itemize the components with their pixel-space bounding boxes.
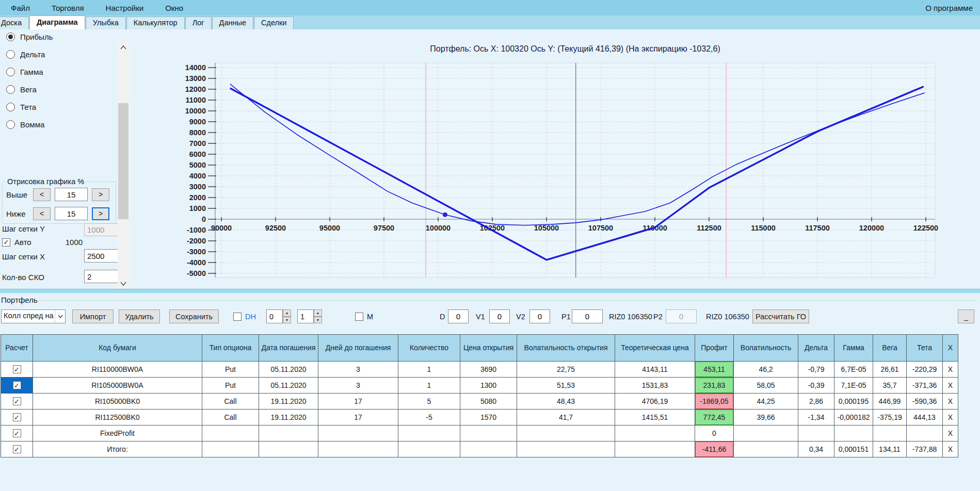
calc-checkbox-cell[interactable]: ✓ bbox=[1, 410, 33, 425]
tab-3[interactable]: Улыбка bbox=[86, 17, 126, 29]
calc-margin-button[interactable]: Рассчитать ГО bbox=[752, 309, 809, 323]
y-tick-label: 5000 bbox=[189, 161, 206, 169]
menu-item-4[interactable]: Окно bbox=[154, 0, 194, 15]
y-tick-label: -2000 bbox=[187, 237, 206, 245]
menu-item-2[interactable]: Торговля bbox=[41, 0, 95, 15]
cell-date bbox=[259, 441, 318, 457]
chevron-down-icon[interactable] bbox=[55, 310, 65, 323]
cell-vega bbox=[873, 425, 907, 441]
dh-spinner-1[interactable]: 0 ▲▼ bbox=[266, 309, 291, 323]
column-header-profit[interactable]: Профит bbox=[695, 335, 734, 362]
row-delete-button[interactable]: X bbox=[943, 441, 958, 457]
spinner-down-icon[interactable]: ▼ bbox=[283, 317, 291, 324]
tab-5[interactable]: Лог bbox=[185, 17, 212, 29]
column-header-vol[interactable]: Волатильность bbox=[734, 335, 798, 362]
cell-profit[interactable]: 453,11 bbox=[695, 362, 734, 378]
y-tick-label: 7000 bbox=[189, 139, 206, 148]
cell-profit[interactable]: 0 bbox=[695, 425, 734, 441]
cell-profit[interactable]: 231,83 bbox=[695, 378, 734, 394]
column-header-type[interactable]: Тип опциона bbox=[202, 335, 259, 362]
column-header-qty[interactable]: Количество bbox=[398, 335, 460, 362]
cell-theor bbox=[615, 425, 695, 441]
tab-6[interactable]: Данные bbox=[212, 17, 253, 29]
calc-checkbox-cell[interactable]: ✓ bbox=[1, 441, 33, 457]
row-delete-button[interactable]: X bbox=[943, 362, 958, 378]
column-header-code[interactable]: Код бумаги bbox=[33, 335, 202, 362]
dh-spinner-2-value[interactable]: 1 bbox=[297, 309, 314, 323]
d-field[interactable]: 0 bbox=[448, 309, 469, 323]
cell-code: RI105000BW0A bbox=[33, 378, 202, 394]
table-row[interactable]: ✓Итого:-411,660,340,000151134,11-737,88X bbox=[1, 441, 958, 457]
cell-theor: 1415,51 bbox=[615, 410, 695, 425]
row-checkbox[interactable]: ✓ bbox=[13, 445, 21, 453]
column-header-check[interactable]: Расчет bbox=[1, 335, 33, 362]
y-tick-label: 12000 bbox=[185, 85, 206, 93]
tab-4[interactable]: Калькулятор bbox=[126, 17, 185, 29]
column-header-days[interactable]: Дней до погашения bbox=[318, 335, 398, 362]
row-checkbox[interactable]: ✓ bbox=[13, 397, 21, 405]
table-row[interactable]: ✓FixedProfit0X bbox=[1, 425, 958, 441]
plot-area[interactable] bbox=[215, 63, 935, 277]
row-delete-button[interactable]: X bbox=[943, 410, 958, 425]
menu-item-1[interactable]: Файл bbox=[0, 0, 41, 15]
menu-about[interactable]: О программе bbox=[918, 0, 980, 15]
cell-gamma: -0,000182 bbox=[834, 410, 873, 425]
collapse-button[interactable]: _ bbox=[958, 309, 974, 323]
table-row[interactable]: ✓RI105000BK0Call19.11.2020175508048,4347… bbox=[1, 394, 958, 410]
column-header-vega[interactable]: Вега bbox=[873, 335, 907, 362]
row-delete-button[interactable]: X bbox=[943, 394, 958, 410]
row-checkbox[interactable]: ✓ bbox=[13, 429, 21, 437]
column-header-delta[interactable]: Дельта bbox=[798, 335, 834, 362]
column-header-x[interactable]: X bbox=[943, 335, 958, 362]
menu-item-3[interactable]: Настройки bbox=[95, 0, 155, 15]
m-label: M bbox=[367, 309, 373, 323]
cell-profit[interactable]: -1869,05 bbox=[695, 394, 734, 410]
calc-checkbox-cell[interactable]: ✓ bbox=[1, 362, 33, 378]
column-header-theta[interactable]: Тета bbox=[907, 335, 943, 362]
p2-field[interactable]: 0 bbox=[666, 309, 697, 323]
column-header-gamma[interactable]: Гамма bbox=[834, 335, 873, 362]
x-tick-label: 107500 bbox=[588, 224, 613, 232]
row-checkbox[interactable]: ✓ bbox=[13, 381, 21, 389]
row-delete-button[interactable]: X bbox=[943, 378, 958, 394]
calc-checkbox-cell[interactable]: ✓ bbox=[1, 378, 33, 394]
row-checkbox[interactable]: ✓ bbox=[13, 413, 21, 421]
cell-theta: -737,88 bbox=[907, 441, 943, 457]
v1-field[interactable]: 0 bbox=[489, 309, 510, 323]
spinner-down-icon[interactable]: ▼ bbox=[314, 317, 322, 324]
spinner-up-icon[interactable]: ▲ bbox=[283, 309, 291, 317]
m-checkbox[interactable] bbox=[355, 313, 363, 321]
dh-spinner-2[interactable]: 1 ▲▼ bbox=[297, 309, 322, 323]
calc-checkbox-cell[interactable]: ✓ bbox=[1, 425, 33, 441]
v1-label: V1 bbox=[476, 309, 485, 323]
cell-open: 1570 bbox=[460, 410, 517, 425]
cell-profit[interactable]: -411,66 bbox=[695, 441, 734, 457]
dh-spinner-1-value[interactable]: 0 bbox=[266, 309, 283, 323]
cell-code: RI105000BK0 bbox=[33, 394, 202, 410]
profit-chart[interactable]: 1400013000120001100010000900080007000600… bbox=[0, 29, 980, 288]
tab-7[interactable]: Сделки bbox=[254, 17, 294, 29]
import-button[interactable]: Импорт bbox=[72, 309, 114, 323]
save-button[interactable]: Сохранить bbox=[169, 309, 219, 323]
p1-field[interactable]: 0 bbox=[572, 309, 603, 323]
v2-field[interactable]: 0 bbox=[529, 309, 550, 323]
tab-2[interactable]: Диаграмма bbox=[29, 15, 85, 29]
tab-1[interactable]: Доска bbox=[0, 17, 29, 29]
table-row[interactable]: ✓RI110000BW0APut05.11.202031369022,75414… bbox=[1, 362, 958, 378]
table-row[interactable]: ✓RI105000BW0APut05.11.202031130051,53153… bbox=[1, 378, 958, 394]
column-header-vol_open[interactable]: Волатильность открытия bbox=[517, 335, 615, 362]
row-delete-button[interactable]: X bbox=[943, 425, 958, 441]
column-header-theor[interactable]: Теоретическая цена bbox=[615, 335, 695, 362]
table-row[interactable]: ✓RI112500BK0Call19.11.202017-5157041,714… bbox=[1, 410, 958, 425]
cell-profit[interactable]: 772,45 bbox=[695, 410, 734, 425]
strategy-preset-combobox[interactable]: Колл спред на bbox=[1, 309, 66, 323]
column-header-date[interactable]: Дата погашения bbox=[259, 335, 318, 362]
calc-checkbox-cell[interactable]: ✓ bbox=[1, 394, 33, 410]
current-point-marker[interactable] bbox=[443, 212, 447, 217]
column-header-open[interactable]: Цена открытия bbox=[460, 335, 517, 362]
delete-button[interactable]: Удалить bbox=[119, 309, 160, 323]
dh-checkbox[interactable] bbox=[233, 313, 242, 321]
row-checkbox[interactable]: ✓ bbox=[13, 365, 21, 373]
cell-vol bbox=[734, 425, 798, 441]
spinner-up-icon[interactable]: ▲ bbox=[314, 309, 322, 317]
